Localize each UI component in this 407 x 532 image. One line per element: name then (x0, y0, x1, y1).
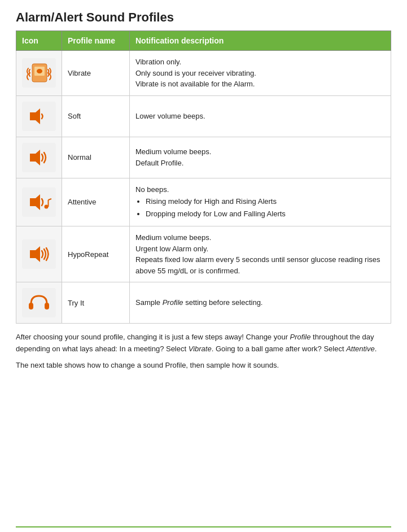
icon-cell-normal (16, 137, 62, 178)
table-row: Soft Lower volume beeps. (16, 95, 391, 137)
tryit-icon (22, 288, 56, 317)
svg-rect-11 (45, 303, 49, 309)
table-row: Normal Medium volume beeps. Default Prof… (16, 137, 391, 178)
desc-attentive: No beeps. Rising melody for High and Ris… (130, 178, 391, 226)
table-header-row: Icon Profile name Notification descripti… (16, 31, 391, 51)
footer-italic-vibrate: Vibrate (189, 345, 212, 353)
footer-text: After choosing your sound profile, chang… (16, 332, 391, 371)
profile-name-soft: Soft (62, 95, 130, 137)
header-notification: Notification description (130, 31, 391, 51)
desc-tryit: Sample Profile setting before selecting. (130, 282, 391, 324)
attentive-svg (25, 191, 52, 213)
list-item: Rising melody for High and Rising Alerts (146, 196, 385, 207)
desc-hyporepeat: Medium volume beeps. Urgent low Alarm on… (130, 226, 391, 282)
header-profile: Profile name (62, 31, 130, 51)
svg-point-2 (37, 69, 42, 73)
attentive-bullets: Rising melody for High and Rising Alerts… (146, 196, 385, 219)
hyporepeat-icon (22, 239, 56, 269)
page-wrapper: Alarm/Alert Sound Profiles Icon Profile … (16, 10, 391, 532)
svg-marker-9 (30, 246, 40, 262)
vibrate-icon (22, 58, 56, 88)
normal-svg (25, 146, 52, 169)
soft-icon (22, 102, 56, 131)
svg-marker-3 (30, 108, 40, 124)
vibrate-svg (25, 62, 52, 84)
table-row: HypoRepeat Medium volume beeps. Urgent l… (16, 226, 391, 282)
page-title: Alarm/Alert Sound Profiles (16, 10, 391, 25)
desc-vibrate: Vibration only. Only sound is your recei… (130, 51, 391, 96)
table-row: Try It Sample Profile setting before sel… (16, 282, 391, 324)
desc-soft: Lower volume beeps. (130, 95, 391, 137)
normal-icon (22, 143, 56, 172)
footer-italic-attentive: Attentive (346, 345, 375, 353)
svg-marker-4 (30, 150, 40, 165)
profile-name-attentive: Attentive (62, 178, 130, 226)
svg-point-6 (45, 204, 49, 208)
table-row: Vibrate Vibration only. Only sound is yo… (16, 51, 391, 96)
svg-marker-5 (30, 194, 40, 210)
profile-name-tryit: Try It (62, 282, 130, 324)
profile-name-vibrate: Vibrate (62, 51, 130, 96)
profile-name-hyporepeat: HypoRepeat (62, 226, 130, 282)
icon-cell-vibrate (16, 51, 62, 96)
list-item: Dropping melody for Low and Falling Aler… (146, 208, 385, 220)
header-icon: Icon (16, 31, 62, 51)
tryit-italic: Profile (163, 298, 183, 307)
attentive-icon (22, 187, 56, 217)
footer-para1: After choosing your sound profile, chang… (16, 332, 391, 355)
page-footer: Dexcom G5 Mobile System User Guide On th… (16, 526, 391, 532)
soft-svg (25, 105, 52, 128)
icon-cell-attentive (16, 178, 62, 226)
alarm-table: Icon Profile name Notification descripti… (16, 30, 391, 324)
svg-rect-10 (29, 303, 33, 309)
footer-italic-profile: Profile (290, 333, 311, 341)
desc-normal: Medium volume beeps. Default Profile. (130, 137, 391, 178)
tryit-svg (25, 291, 52, 314)
icon-cell-tryit (16, 282, 62, 324)
icon-cell-hyporepeat (16, 226, 62, 282)
footer-para2: The next table shows how to change a sou… (16, 360, 391, 372)
table-row: Attentive No beeps. Rising melody for Hi… (16, 178, 391, 226)
icon-cell-soft (16, 95, 62, 137)
profile-name-normal: Normal (62, 137, 130, 178)
svg-line-8 (49, 199, 52, 200)
hyporepeat-svg (25, 243, 52, 265)
